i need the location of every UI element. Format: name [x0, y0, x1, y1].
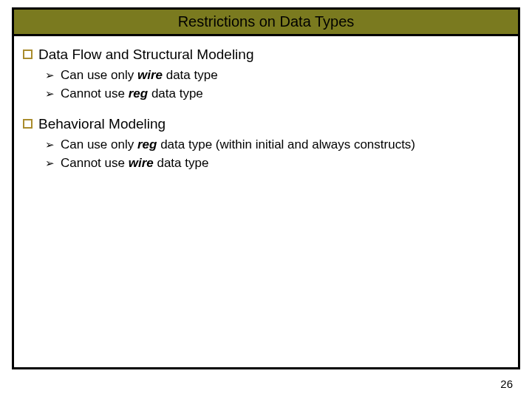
item-pre: Cannot use — [61, 156, 129, 170]
item-post: data type — [163, 68, 218, 82]
chevron-icon: ➢ — [45, 156, 55, 171]
title-bar: Restrictions on Data Types — [14, 10, 518, 36]
chevron-icon: ➢ — [45, 86, 55, 101]
item-pre: Cannot use — [61, 86, 129, 100]
item-text: Can use only wire data type — [61, 67, 218, 84]
slide-frame: Restrictions on Data Types Data Flow and… — [12, 7, 520, 369]
item-pre: Can use only — [61, 137, 137, 151]
sub-list: ➢ Can use only reg data type (within ini… — [23, 137, 509, 172]
chevron-icon: ➢ — [45, 137, 55, 152]
item-pre: Can use only — [61, 68, 137, 82]
item-text: Can use only reg data type (within initi… — [61, 137, 415, 154]
chevron-icon: ➢ — [45, 68, 55, 83]
section-title: Behavioral Modeling — [38, 116, 166, 132]
square-bullet-icon — [23, 119, 33, 129]
square-bullet-icon — [23, 50, 33, 59]
section-head: Data Flow and Structural Modeling — [23, 47, 509, 63]
item-text: Cannot use wire data type — [61, 155, 208, 172]
list-item: ➢ Cannot use reg data type — [45, 86, 509, 103]
list-item: ➢ Can use only reg data type (within ini… — [45, 137, 509, 154]
section-1: Data Flow and Structural Modeling ➢ Can … — [23, 47, 509, 103]
item-post: data type — [148, 86, 203, 100]
sub-list: ➢ Can use only wire data type ➢ Cannot u… — [23, 67, 509, 103]
page-number: 26 — [500, 378, 513, 390]
section-head: Behavioral Modeling — [23, 116, 509, 132]
item-keyword: reg — [129, 86, 148, 100]
list-item: ➢ Can use only wire data type — [45, 67, 509, 84]
item-text: Cannot use reg data type — [61, 86, 203, 103]
item-post: data type — [154, 156, 209, 170]
section-2: Behavioral Modeling ➢ Can use only reg d… — [23, 116, 509, 172]
list-item: ➢ Cannot use wire data type — [45, 155, 509, 172]
item-keyword: reg — [137, 137, 157, 151]
item-post: data type (within initial and always con… — [157, 137, 415, 151]
item-keyword: wire — [137, 68, 163, 82]
item-keyword: wire — [129, 156, 154, 170]
slide-content: Data Flow and Structural Modeling ➢ Can … — [14, 36, 518, 172]
slide-title: Restrictions on Data Types — [178, 13, 355, 30]
section-title: Data Flow and Structural Modeling — [38, 47, 253, 63]
